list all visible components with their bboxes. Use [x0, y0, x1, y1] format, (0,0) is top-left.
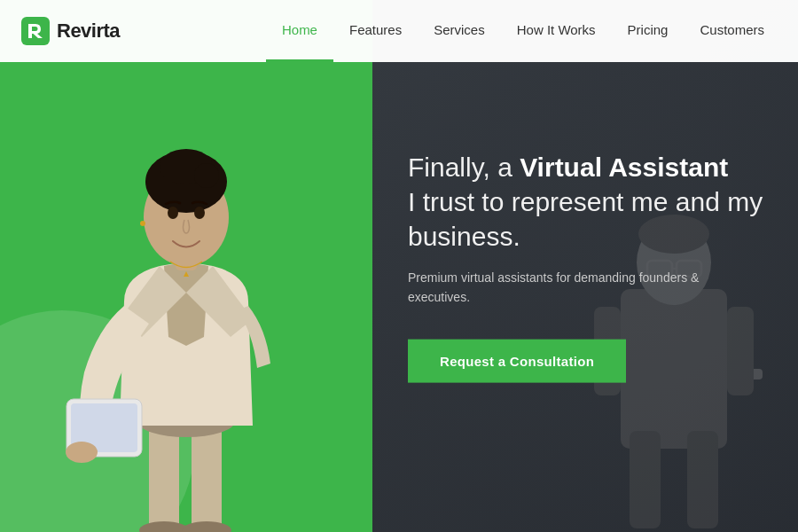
hero-content: Finally, a Virtual Assistant I trust to … — [408, 150, 780, 383]
hero-headline: Finally, a Virtual Assistant I trust to … — [408, 150, 780, 254]
hero-left-panel — [0, 0, 372, 532]
svg-rect-27 — [630, 431, 661, 528]
hero-section: Finally, a Virtual Assistant I trust to … — [0, 0, 798, 532]
navigation: Revirta Home Features Services How It Wo… — [0, 0, 798, 62]
logo-text: Revirta — [57, 20, 120, 43]
svg-point-15 — [66, 442, 98, 463]
headline-bold: Virtual Assistant — [520, 153, 728, 182]
svg-point-10 — [194, 207, 205, 219]
hero-subtext: Premium virtual assistants for demanding… — [408, 268, 709, 308]
svg-point-16 — [139, 521, 189, 532]
svg-rect-28 — [687, 431, 718, 528]
svg-point-8 — [194, 163, 219, 188]
nav-features[interactable]: Features — [333, 0, 418, 62]
hero-right-panel: Finally, a Virtual Assistant I trust to … — [372, 0, 798, 532]
nav-customers[interactable]: Customers — [684, 0, 780, 62]
nav-how-it-works[interactable]: How It Works — [501, 0, 612, 62]
logo-icon — [21, 17, 50, 45]
nav-links: Home Features Services How It Works Pric… — [266, 0, 798, 62]
svg-point-11 — [140, 221, 145, 226]
cta-button[interactable]: Request a Consultation — [408, 339, 626, 382]
hero-woman-image — [0, 71, 372, 532]
nav-services[interactable]: Services — [418, 0, 501, 62]
svg-point-17 — [182, 521, 231, 532]
logo[interactable]: Revirta — [0, 17, 120, 45]
nav-pricing[interactable]: Pricing — [612, 0, 685, 62]
headline-prefix: Finally, a — [408, 153, 520, 182]
nav-home[interactable]: Home — [266, 0, 333, 62]
headline-suffix: I trust to represent me and my business. — [408, 187, 763, 251]
svg-point-9 — [168, 207, 178, 219]
